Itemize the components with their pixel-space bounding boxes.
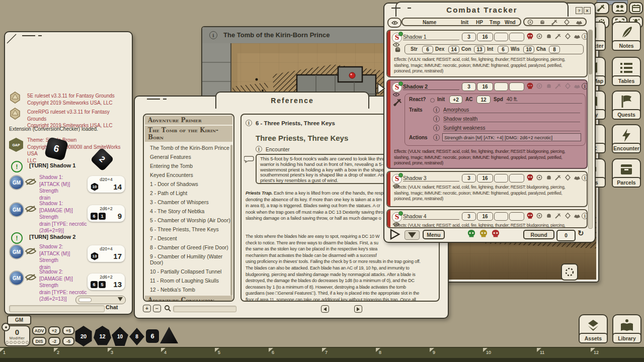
entry-action-icons[interactable]: [536, 33, 581, 39]
wing-icon[interactable]: [574, 83, 581, 89]
hp-value[interactable]: 16: [477, 174, 493, 183]
hotkey-slot-5[interactable]: 5: [218, 350, 220, 355]
hotkey-slot-10[interactable]: 10: [486, 350, 491, 355]
tracker-scrollbar-thumb[interactable]: [589, 30, 592, 74]
entry-action-icons[interactable]: [536, 83, 581, 89]
death-skull-icon[interactable]: [526, 33, 534, 40]
wing-icon[interactable]: [574, 213, 581, 219]
page-prev-button[interactable]: [321, 305, 329, 313]
sidebar-calendar-button[interactable]: [629, 2, 643, 14]
sidebar-dice-tower-button[interactable]: [594, 2, 609, 14]
sidebar-party-button[interactable]: [612, 2, 627, 14]
reference-search-input[interactable]: [173, 306, 236, 312]
shield-kite-icon[interactable]: [565, 83, 571, 89]
trait-info-icon[interactable]: i: [433, 116, 440, 122]
action-entry[interactable]: Strength drain [M] [ATK: +4] [DMG: 2d6+2…: [442, 133, 581, 141]
green-skull-toggle[interactable]: [467, 229, 476, 238]
trait-info-icon[interactable]: i: [433, 107, 440, 113]
nav-item[interactable]: 12 - Nebtka's Tomb: [150, 287, 233, 293]
d6-tray-die[interactable]: 6: [146, 329, 159, 343]
actor-badge[interactable]: S: [392, 212, 402, 222]
hotkey-slot-11[interactable]: 11: [540, 350, 544, 355]
read-aloud-bubble-icon[interactable]: [244, 156, 254, 163]
info-icon[interactable]: i: [582, 33, 588, 40]
section-info-icon[interactable]: i: [246, 120, 252, 126]
page-next-button[interactable]: [354, 305, 362, 313]
next-round-button[interactable]: [405, 230, 420, 240]
reticle-icon[interactable]: [536, 33, 542, 39]
hp-value[interactable]: 16: [477, 212, 493, 221]
combat-tracker-tab[interactable]: Combat Tracker: [395, 2, 569, 17]
nav-item[interactable]: 5 - Chamber of Worship (Air Door): [150, 217, 233, 223]
nav-item[interactable]: Entering the Tomb: [150, 163, 233, 169]
nav-header[interactable]: Adventure Conclusion: [145, 296, 232, 302]
disadvantage-button[interactable]: DIS: [32, 337, 46, 345]
trait-info-icon[interactable]: i: [433, 125, 440, 131]
encounter-info-icon[interactable]: i: [256, 146, 262, 152]
wnd-value[interactable]: [509, 82, 524, 91]
trait-link[interactable]: Shadow stealth: [443, 116, 580, 122]
d10-tray-die[interactable]: 10: [112, 327, 128, 346]
hotkey-slot-7[interactable]: 7: [325, 350, 328, 355]
reference-window-tab[interactable]: Reference: [215, 92, 369, 109]
nav-item[interactable]: 7 - Descent: [150, 235, 233, 241]
nav-item[interactable]: 2 - Path of Light: [150, 190, 233, 196]
death-skull-icon[interactable]: [526, 212, 534, 220]
trait-link[interactable]: Amorphous: [443, 107, 580, 113]
tmp-value[interactable]: [494, 33, 508, 41]
sword-icon[interactable]: [555, 33, 561, 39]
wnd-value[interactable]: [509, 174, 524, 183]
actor-name[interactable]: Shadow 2: [403, 83, 459, 90]
cha-value[interactable]: 8: [549, 46, 560, 53]
hotkey-slot-1[interactable]: 1: [3, 350, 6, 355]
tracker-entry-shadow4[interactable]: S Shadow 4 3 16 i Effects: (VULN: radian…: [386, 209, 588, 228]
hotkey-slot-4[interactable]: 4: [164, 350, 167, 355]
reticle-icon[interactable]: [536, 174, 542, 180]
tracker-menu-button[interactable]: Menu: [423, 230, 445, 239]
sidebar-item-parcels[interactable]: Parcels: [612, 158, 641, 188]
round-counter[interactable]: 0: [556, 230, 576, 241]
init-mod-value[interactable]: +2: [449, 96, 462, 104]
round-label-button[interactable]: Round: [523, 230, 554, 239]
hotkey-slot-8[interactable]: 8: [379, 350, 381, 355]
str-value[interactable]: 6: [422, 46, 433, 53]
nav-header-selected[interactable]: The Tomb of the Kirin-Born: [145, 126, 232, 142]
hotkey-slot-2[interactable]: 2: [57, 350, 59, 355]
init-value[interactable]: 3: [462, 33, 476, 41]
zoom-in-button[interactable]: +: [143, 305, 151, 312]
death-skull-icon[interactable]: [526, 82, 534, 90]
minus2-button[interactable]: -2: [48, 337, 60, 345]
sidebar-item-tables[interactable]: Tables: [612, 57, 641, 86]
sidebar-item-quests[interactable]: Quests: [612, 90, 641, 120]
info-icon[interactable]: i: [582, 174, 588, 181]
shield-kite-icon[interactable]: [565, 174, 571, 180]
red-skull-toggle[interactable]: [491, 229, 500, 238]
con-value[interactable]: 13: [474, 46, 485, 53]
dice-roll-result[interactable]: 2d6+2 6513: [88, 274, 125, 290]
actor-name[interactable]: Shadow 1: [403, 34, 459, 40]
tracker-drag-handle[interactable]: [391, 8, 400, 10]
entry-action-icons[interactable]: [536, 213, 581, 219]
ac-value[interactable]: 12: [476, 96, 491, 104]
close-button[interactable]: X: [584, 7, 591, 14]
map-select-tool-button[interactable]: [561, 263, 578, 281]
tmp-value[interactable]: [494, 174, 508, 183]
zoom-out-button[interactable]: −: [153, 305, 161, 312]
nav-item[interactable]: 4 - The Story of Nebtka: [150, 208, 233, 214]
hotkey-slot-12[interactable]: 12: [594, 350, 599, 355]
hp-value[interactable]: 16: [477, 82, 493, 91]
plus5-button[interactable]: +5: [62, 326, 74, 335]
sidebar-item-assets[interactable]: Assets: [579, 314, 608, 343]
modifier-lock-icon[interactable]: [2, 323, 10, 331]
plus2-button[interactable]: +2: [48, 326, 60, 335]
init-value[interactable]: 3: [462, 212, 476, 221]
info-icon[interactable]: i: [582, 213, 588, 219]
shield-kite-icon[interactable]: [565, 213, 571, 219]
actor-badge[interactable]: S: [392, 82, 402, 93]
next-actor-play-button[interactable]: [389, 229, 400, 240]
minus5-button[interactable]: -5: [62, 337, 74, 345]
tracker-entry-shadow2-active[interactable]: S Shadow 2 3 16 i React? Init +2: [386, 79, 588, 169]
nav-item[interactable]: 11 - Room of Laughing Skulls: [150, 278, 233, 284]
chat-input[interactable]: [9, 305, 105, 312]
chat-channel-dropdown[interactable]: [75, 296, 126, 304]
